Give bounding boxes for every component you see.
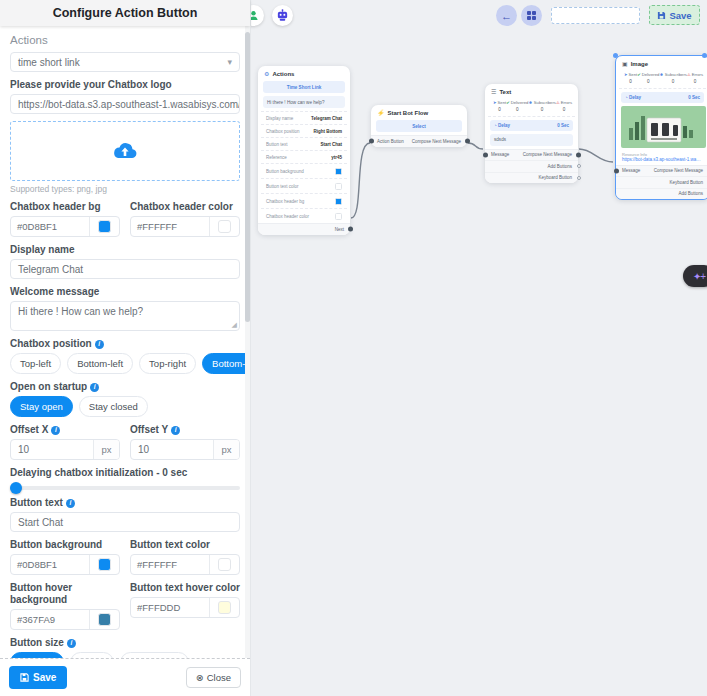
offset-x-unit: px xyxy=(93,440,119,459)
logo-dropzone[interactable] xyxy=(10,121,240,181)
sidebar-scrollbar-thumb[interactable] xyxy=(245,32,250,322)
flow-title-input[interactable] xyxy=(551,7,640,24)
stat-label: Delivered xyxy=(511,100,529,105)
header-color-swatch-button[interactable] xyxy=(209,217,239,236)
resize-handle-icon[interactable]: ◢ xyxy=(232,321,237,329)
button-text-hover-color-swatch-button[interactable] xyxy=(209,598,239,617)
resource-info-link[interactable]: https://bot-data.s3.ap-southeast-1.wasab… xyxy=(616,157,707,165)
selection-handle[interactable] xyxy=(702,53,707,58)
node-text[interactable]: ☰ Text ➤Sent0 ✔Delivered0 ☻Subscribers0 … xyxy=(485,84,578,183)
image-thumbnail-graphic xyxy=(621,106,706,148)
delay-label: Delay xyxy=(629,95,641,100)
logo-url-input[interactable]: https://bot-data.s3.ap-southeast-1.wasab… xyxy=(10,94,240,114)
offset-x-field[interactable]: 10 px xyxy=(10,439,120,460)
fit-view-button[interactable] xyxy=(521,5,542,26)
node-actions-message: Hi there ! How can we help? xyxy=(263,96,345,108)
delay-slider[interactable] xyxy=(10,486,240,490)
input-port[interactable] xyxy=(369,139,374,144)
output-port[interactable] xyxy=(576,152,581,157)
delivered-icon: ✔ xyxy=(637,72,641,77)
floppy-icon xyxy=(657,11,666,20)
save-button[interactable]: Save xyxy=(9,666,67,689)
supported-types-text: Supported types: png, jpg xyxy=(10,184,240,194)
image-thumbnail[interactable] xyxy=(621,106,704,149)
subscribers-icon: ☻ xyxy=(528,100,532,105)
canvas-save-label: Save xyxy=(669,10,691,21)
flow-canvas[interactable]: ← Save ⚙ Actions Time Short Link xyxy=(251,0,707,696)
output-port[interactable] xyxy=(465,139,470,144)
output-port[interactable] xyxy=(348,227,353,232)
canvas-save-button[interactable]: Save xyxy=(649,5,700,25)
row-label: Chatbox header color xyxy=(266,214,309,219)
share-button[interactable] xyxy=(251,5,264,26)
button-text-color-field[interactable]: #FFFFFF xyxy=(130,554,240,575)
add-buttons-port-label: Add Buttons xyxy=(547,164,572,169)
stat-value: 0 xyxy=(563,107,566,112)
startup-label-text: Open on startup xyxy=(10,381,87,392)
startup-option-stay-open[interactable]: Stay open xyxy=(10,396,73,417)
header-bg-field[interactable]: #0D8BF1 xyxy=(10,216,120,237)
header-bg-swatch-button[interactable] xyxy=(89,217,119,236)
keyboard-button-port-label: Keyboard Button xyxy=(538,175,572,180)
output-port[interactable] xyxy=(577,176,581,180)
button-size-label: Button sizei xyxy=(10,637,240,649)
ai-assistant-button[interactable]: ✦+ xyxy=(683,265,707,287)
delay-slider-thumb[interactable] xyxy=(10,482,22,494)
back-button[interactable]: ← xyxy=(496,5,517,26)
position-option-top-left[interactable]: Top-left xyxy=(10,353,61,374)
display-name-label: Display name xyxy=(10,244,240,256)
node-row: Chatbox header color xyxy=(261,208,347,223)
button-text-color-swatch-button[interactable] xyxy=(209,555,239,574)
node-text-delay: ◔ Delay 0 Sec xyxy=(490,120,573,131)
button-text-input[interactable]: Start Chat xyxy=(10,512,240,532)
compose-next-port-label: Compose Next Message xyxy=(654,168,703,173)
position-option-top-right[interactable]: Top-right xyxy=(139,353,196,374)
action-button-port-label: Action Button xyxy=(377,139,404,144)
display-name-input[interactable]: Telegram Chat xyxy=(10,259,240,279)
button-text-hover-color-field[interactable]: #FFFDDD xyxy=(130,597,240,618)
button-bg-swatch-button[interactable] xyxy=(89,555,119,574)
close-button[interactable]: ⊗ Close xyxy=(186,667,241,688)
sent-icon: ➤ xyxy=(624,72,628,77)
sidebar-scrollbar[interactable] xyxy=(245,26,250,658)
stat-label: Subscribers xyxy=(534,100,556,105)
next-output-label: Next xyxy=(335,227,344,232)
button-bg-field[interactable]: #0D8BF1 xyxy=(10,554,120,575)
gear-icon: ⚙ xyxy=(264,70,269,77)
position-label: Chatbox positioni xyxy=(10,338,240,350)
input-port[interactable] xyxy=(483,152,488,157)
app-root: Configure Action Button Actions time sho… xyxy=(0,0,707,696)
stat-value: 0 xyxy=(541,107,544,112)
bot-button[interactable] xyxy=(272,5,293,26)
row-label: Button background xyxy=(266,169,304,174)
output-port[interactable] xyxy=(577,164,581,168)
node-image[interactable]: ▣ Image ➤Sent0 ✔Delivered0 ☻Subscribers0… xyxy=(615,55,707,200)
node-actions-pill: Time Short Link xyxy=(263,81,345,93)
offset-y-field[interactable]: 10 px xyxy=(130,439,240,460)
node-start-select-button[interactable]: Select xyxy=(376,120,462,132)
node-actions-title-text: Actions xyxy=(272,71,294,77)
header-bg-swatch xyxy=(98,220,111,233)
delay-value: 0 Sec xyxy=(688,95,700,100)
position-option-bottom-right[interactable]: Bottom-right xyxy=(202,353,250,374)
stat-label: Errors xyxy=(561,100,572,105)
info-icon: i xyxy=(66,499,75,508)
header-color-field[interactable]: #FFFFFF xyxy=(130,216,240,237)
node-actions[interactable]: ⚙ Actions Time Short Link Hi there ! How… xyxy=(258,66,350,235)
startup-option-stay-closed[interactable]: Stay closed xyxy=(79,396,148,417)
button-hover-bg-field[interactable]: #367FA9 xyxy=(10,609,120,630)
stat-value: 0 xyxy=(694,79,697,84)
welcome-message-textarea[interactable]: Hi there ! How can we help? ◢ xyxy=(10,301,240,331)
input-port[interactable] xyxy=(614,168,619,173)
delay-label: Delay xyxy=(498,123,510,128)
button-bg-label: Button background xyxy=(10,539,120,551)
offset-x-label-text: Offset X xyxy=(10,424,48,435)
actions-select[interactable]: time short link ▾ xyxy=(10,52,240,72)
selection-handle[interactable] xyxy=(613,53,618,58)
button-hover-bg-swatch-button[interactable] xyxy=(89,610,119,629)
header-color-label: Chatbox header color xyxy=(130,201,240,213)
node-start-bot-flow[interactable]: ⚡ Start Bot Flow Select Action Button Co… xyxy=(371,105,467,147)
panel-body: Actions time short link ▾ Please provide… xyxy=(0,26,250,658)
save-button-label: Save xyxy=(33,672,56,683)
position-option-bottom-left[interactable]: Bottom-left xyxy=(67,353,133,374)
